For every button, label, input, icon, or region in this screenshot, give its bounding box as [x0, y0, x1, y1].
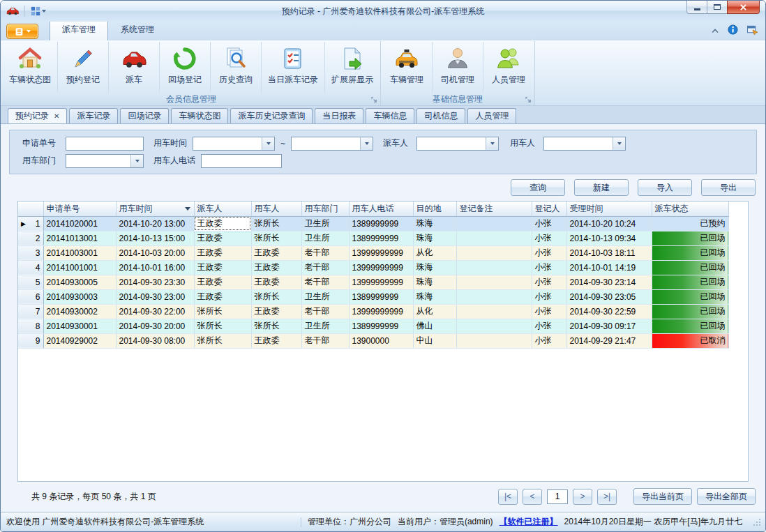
grid-cell-dest[interactable]: 珠海: [413, 216, 456, 231]
grid-cell-registrar[interactable]: 小张: [532, 275, 566, 289]
document-tab[interactable]: 人员管理: [467, 108, 516, 123]
grid-cell-status[interactable]: 已取消: [652, 333, 728, 348]
ribbon-button[interactable]: 回场登记: [159, 42, 210, 93]
grid-cell-status[interactable]: 已回场: [652, 245, 728, 260]
column-header[interactable]: 登记备注: [456, 202, 532, 216]
grid-cell-dept[interactable]: 老干部: [301, 333, 349, 348]
export-current-page-button[interactable]: 导出当前页: [633, 488, 692, 505]
grid-cell-accepted[interactable]: 2014-09-30 22:59: [566, 304, 652, 319]
grid-cell-use_time[interactable]: 2014-10-20 13:00: [116, 216, 194, 231]
app-menu-button[interactable]: [6, 24, 38, 39]
info-icon[interactable]: [728, 24, 738, 37]
column-header[interactable]: 登记人: [532, 202, 566, 216]
grid-cell-order_no[interactable]: 20140930005: [43, 275, 116, 289]
close-button[interactable]: [727, 1, 760, 14]
grid-cell-registrar[interactable]: 小张: [532, 260, 566, 275]
table-row[interactable]: 9201409290022014-09-30 08:00张所长王政委老干部139…: [18, 333, 728, 348]
grid-cell-dispatcher[interactable]: 张所长: [194, 319, 251, 333]
grid-cell-user[interactable]: 王政委: [251, 245, 301, 260]
grid-cell-dest[interactable]: 从化: [413, 245, 456, 260]
ribbon-button[interactable]: 历史查询: [210, 42, 261, 93]
dialog-launcher-icon[interactable]: [371, 97, 377, 103]
grid-cell-dept[interactable]: 老干部: [301, 260, 349, 275]
chevron-down-icon[interactable]: [360, 137, 373, 150]
order-no-input[interactable]: [66, 137, 144, 151]
grid-cell-status[interactable]: 已回场: [652, 231, 728, 245]
ribbon-button[interactable]: 司机管理: [432, 42, 483, 93]
grid-cell-phone[interactable]: 13999999999: [349, 245, 413, 260]
grid-cell-phone[interactable]: 13999999999: [349, 260, 413, 275]
grid-cell-dest[interactable]: 从化: [413, 304, 456, 319]
grid-cell-remark[interactable]: [456, 319, 532, 333]
first-page-button[interactable]: |<: [498, 489, 518, 505]
grid-cell-user[interactable]: 张所长: [251, 289, 301, 304]
grid-cell-phone[interactable]: 13999999999: [349, 304, 413, 319]
ribbon-button[interactable]: 当日派车记录: [261, 42, 324, 93]
grid-cell-registrar[interactable]: 小张: [532, 304, 566, 319]
document-tab[interactable]: 回场记录: [120, 108, 169, 123]
table-row[interactable]: 6201409300032014-09-30 23:00王政委张所长卫生所138…: [18, 289, 728, 304]
grid-cell-remark[interactable]: [456, 245, 532, 260]
grid-cell-remark[interactable]: [456, 231, 532, 245]
grid-cell-user[interactable]: 张所长: [251, 216, 301, 231]
grid-cell-accepted[interactable]: 2014-10-20 10:24: [566, 216, 652, 231]
table-row[interactable]: 2201410130012014-10-13 15:00王政委张所长卫生所138…: [18, 231, 728, 245]
grid-cell-dept[interactable]: 卫生所: [301, 231, 349, 245]
use-time-to-combo[interactable]: [291, 137, 373, 151]
document-tab[interactable]: 派车记录: [69, 108, 118, 123]
table-row[interactable]: 5201409300052014-09-30 23:30王政委王政委老干部139…: [18, 275, 728, 289]
table-row[interactable]: 4201410010012014-10-01 16:00王政委王政委老干部139…: [18, 260, 728, 275]
grid-cell-dest[interactable]: 珠海: [413, 289, 456, 304]
ribbon-tab[interactable]: 系统管理: [108, 20, 167, 40]
grid-cell-dispatcher[interactable]: 王政委: [194, 275, 251, 289]
grid-cell-phone[interactable]: 1389999999: [349, 216, 413, 231]
grid-cell-use_time[interactable]: 2014-10-01 16:00: [116, 260, 194, 275]
grid-cell-order_no[interactable]: 20141001001: [43, 260, 116, 275]
grid-cell-dept[interactable]: 老干部: [301, 304, 349, 319]
row-indicator[interactable]: 8: [18, 319, 43, 333]
grid-cell-dispatcher[interactable]: 王政委: [194, 289, 251, 304]
grid-cell-phone[interactable]: 1389999999: [349, 231, 413, 245]
grid-cell-dispatcher[interactable]: 王政委: [194, 245, 251, 260]
chevron-down-icon[interactable]: [262, 137, 274, 150]
document-tab[interactable]: 车辆信息: [366, 108, 414, 123]
grid-cell-registrar[interactable]: 小张: [532, 216, 566, 231]
grid-cell-registrar[interactable]: 小张: [532, 333, 566, 348]
grid-cell-order_no[interactable]: 20140930001: [43, 319, 116, 333]
grid-cell-dest[interactable]: 中山: [413, 333, 456, 348]
grid-cell-use_time[interactable]: 2014-10-13 15:00: [116, 231, 194, 245]
layout-grid-icon[interactable]: [31, 6, 46, 16]
grid-cell-dept[interactable]: 老干部: [301, 245, 349, 260]
grid-cell-dest[interactable]: 珠海: [413, 231, 456, 245]
column-header[interactable]: 用车人: [251, 202, 301, 216]
grid-cell-order_no[interactable]: 20141003001: [43, 245, 116, 260]
grid-cell-user[interactable]: 王政委: [251, 260, 301, 275]
grid-cell-dispatcher[interactable]: 王政委: [194, 216, 251, 231]
ribbon-tab[interactable]: 派车管理: [50, 20, 108, 40]
grid-cell-status[interactable]: 已回场: [652, 260, 728, 275]
row-indicator[interactable]: 6: [18, 289, 43, 304]
grid-cell-order_no[interactable]: 20140930003: [43, 289, 116, 304]
grid-cell-phone[interactable]: 1389999999: [349, 289, 413, 304]
grid-cell-status[interactable]: 已回场: [652, 319, 728, 333]
ribbon-button[interactable]: 预约登记: [57, 42, 108, 93]
grid-cell-order_no[interactable]: 20140929002: [43, 333, 116, 348]
column-header[interactable]: 目的地: [413, 202, 456, 216]
table-row[interactable]: 8201409300012014-09-30 20:00张所长张所长卫生所138…: [18, 319, 728, 333]
grid-cell-use_time[interactable]: 2014-09-30 23:30: [116, 275, 194, 289]
grid-cell-dispatcher[interactable]: 王政委: [194, 231, 251, 245]
grid-cell-order_no[interactable]: 20140930002: [43, 304, 116, 319]
maximize-button[interactable]: [707, 1, 727, 14]
dialog-launcher-icon[interactable]: [525, 97, 532, 103]
grid-cell-use_time[interactable]: 2014-09-30 23:00: [116, 289, 194, 304]
grid-cell-use_time[interactable]: 2014-09-30 22:00: [116, 304, 194, 319]
grid-cell-accepted[interactable]: 2014-09-30 23:05: [566, 289, 652, 304]
column-header[interactable]: 受理时间: [566, 202, 652, 216]
column-header[interactable]: 用车部门: [301, 202, 349, 216]
ribbon-button[interactable]: 扩展屏显示: [324, 42, 380, 93]
grid-cell-status[interactable]: 已回场: [652, 275, 728, 289]
grid-cell-order_no[interactable]: 20141020001: [43, 216, 116, 231]
ribbon-button[interactable]: 人员管理: [483, 42, 534, 93]
grid-cell-dest[interactable]: 珠海: [413, 260, 456, 275]
chevron-down-icon[interactable]: [130, 155, 143, 167]
